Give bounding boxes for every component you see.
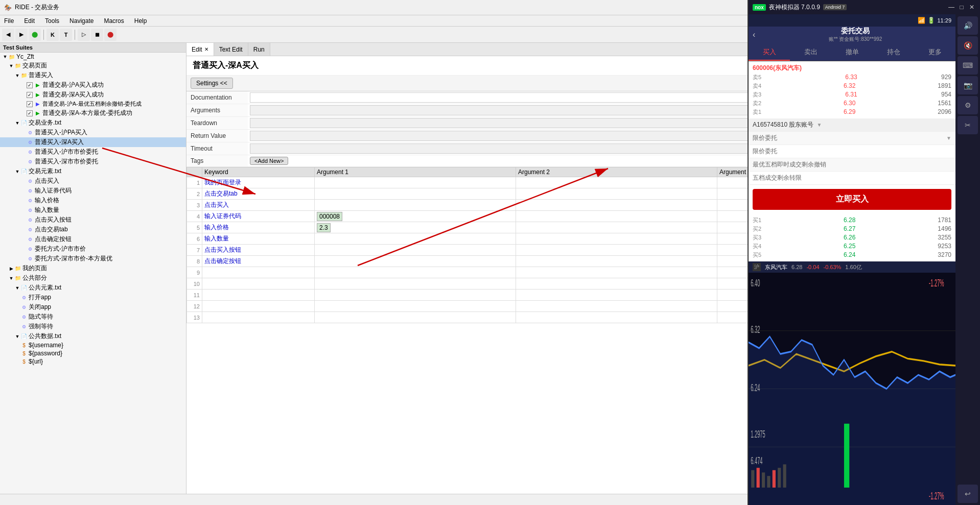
tab-edit-close[interactable]: ✕ bbox=[204, 46, 208, 52]
toggle[interactable]: ▼ bbox=[14, 285, 20, 291]
toggle[interactable]: ▼ bbox=[14, 120, 20, 126]
step-keyword-cell[interactable] bbox=[202, 278, 315, 290]
tree-kw-shen-best[interactable]: ⚙ 委托方式-深市市价-本方最优 bbox=[0, 254, 186, 263]
toggle[interactable]: ▼ bbox=[2, 54, 8, 60]
step-arg1[interactable]: 2.3 bbox=[315, 222, 516, 233]
emu-btn-settings[interactable]: ⚙ bbox=[958, 96, 978, 114]
step-keyword-text[interactable]: 输入数量 bbox=[204, 235, 229, 242]
tree-putongmairu[interactable]: ▼ 📁 普通买入 bbox=[0, 70, 186, 80]
toolbar-run[interactable]: ▷ bbox=[78, 29, 90, 41]
step-arg2[interactable] bbox=[516, 211, 717, 222]
step-keyword-cell[interactable] bbox=[202, 290, 315, 301]
checkbox[interactable]: ✓ bbox=[27, 92, 33, 98]
menu-macros[interactable]: Macros bbox=[102, 16, 126, 26]
toggle[interactable]: ▼ bbox=[8, 63, 14, 69]
toolbar-dot[interactable]: ⬤ bbox=[29, 29, 41, 41]
step-arg2[interactable] bbox=[516, 177, 717, 188]
tab-run[interactable]: Run bbox=[248, 43, 270, 56]
step-arg1[interactable] bbox=[315, 233, 516, 245]
emu-tab-sell[interactable]: 卖出 bbox=[790, 44, 831, 61]
step-arg1[interactable] bbox=[315, 245, 516, 256]
add-new-tag-button[interactable]: <Add New> bbox=[250, 157, 288, 165]
step-arg1[interactable] bbox=[315, 278, 516, 290]
menu-edit[interactable]: Edit bbox=[22, 16, 37, 26]
tree-kw-open-app[interactable]: ⚙ 打开app bbox=[0, 293, 186, 302]
tree-kw-force-wait[interactable]: ⚙ 强制等待 bbox=[0, 322, 186, 331]
toolbar-t[interactable]: T bbox=[60, 29, 72, 41]
tree-wode-yemian[interactable]: ▶ 📁 我的页面 bbox=[0, 263, 186, 273]
tree-var-url[interactable]: $ ${url} bbox=[0, 357, 186, 366]
toolbar-back[interactable]: ◀ bbox=[2, 29, 14, 41]
order-type-dropdown[interactable]: ▼ bbox=[946, 135, 951, 141]
step-keyword-cell[interactable] bbox=[202, 267, 315, 278]
step-keyword-text[interactable]: 输入证券代码 bbox=[204, 212, 241, 220]
tab-edit[interactable]: Edit ✕ bbox=[186, 43, 214, 56]
step-keyword-cell[interactable]: 输入数量 bbox=[202, 233, 315, 245]
toolbar-stop[interactable]: ◼ bbox=[91, 29, 103, 41]
tree-kw-click-confirm[interactable]: ⚙ 点击确定按钮 bbox=[0, 234, 186, 244]
step-keyword-text[interactable]: 我的页面登录 bbox=[204, 179, 241, 186]
step-arg2[interactable] bbox=[516, 256, 717, 267]
step-arg2[interactable] bbox=[516, 200, 717, 211]
emu-tab-buy[interactable]: 买入 bbox=[749, 44, 790, 61]
step-keyword-cell[interactable]: 点击买入按钮 bbox=[202, 245, 315, 256]
emu-btn-mute[interactable]: 🔇 bbox=[958, 36, 978, 55]
step-arg2[interactable] bbox=[516, 312, 717, 323]
tree-kw-shen-a[interactable]: ⚙ 普通买入-深A买入 bbox=[0, 137, 186, 147]
step-arg2[interactable] bbox=[516, 222, 717, 233]
emu-tab-more[interactable]: 更多 bbox=[914, 44, 955, 61]
step-arg1[interactable] bbox=[315, 256, 516, 267]
step-arg2[interactable] bbox=[516, 188, 717, 200]
menu-tools[interactable]: Tools bbox=[43, 16, 61, 26]
step-arg1[interactable] bbox=[315, 290, 516, 301]
tree-shen-success[interactable]: ✓ ▶ 普通交易-深A买入成功 bbox=[0, 90, 186, 100]
step-arg2[interactable] bbox=[516, 290, 717, 301]
step-keyword-text[interactable]: 输入价格 bbox=[204, 224, 229, 231]
tree-gongyuansu-txt[interactable]: ▼ 📄 公共元素.txt bbox=[0, 283, 186, 293]
tab-text-edit[interactable]: Text Edit bbox=[214, 43, 248, 56]
step-arg2[interactable] bbox=[516, 233, 717, 245]
step-keyword-cell[interactable]: 点击买入 bbox=[202, 200, 315, 211]
tree-jiaoyiyemian[interactable]: ▼ 📁 交易页面 bbox=[0, 61, 186, 70]
step-keyword-cell[interactable]: 我的页面登录 bbox=[202, 177, 315, 188]
tree-hua-success[interactable]: ✓ ▶ 普通交易-沪A买入成功 bbox=[0, 80, 186, 90]
emu-btn-keyboard[interactable]: ⌨ bbox=[958, 56, 978, 75]
step-arg1[interactable]: 000008 bbox=[315, 211, 516, 222]
tree-jiaoyiyewu-txt[interactable]: ▼ 📄 交易业务.txt bbox=[0, 118, 186, 128]
step-keyword-cell[interactable]: 点击交易tab bbox=[202, 188, 315, 200]
dropdown-icon[interactable]: ▼ bbox=[816, 122, 822, 128]
menu-navigate[interactable]: Navigate bbox=[67, 16, 96, 26]
settings-button[interactable]: Settings << bbox=[191, 78, 233, 89]
tree-kw-close-app[interactable]: ⚙ 关闭app bbox=[0, 302, 186, 312]
emu-back-btn[interactable]: ‹ bbox=[753, 30, 755, 39]
tree-var-username[interactable]: $ ${username} bbox=[0, 341, 186, 349]
toggle[interactable]: ▼ bbox=[14, 169, 20, 175]
menu-file[interactable]: File bbox=[2, 16, 16, 26]
emu-buy-button[interactable]: 立即买入 bbox=[753, 189, 951, 210]
toggle[interactable]: ▼ bbox=[8, 275, 14, 281]
emu-btn-volume[interactable]: 🔊 bbox=[958, 16, 978, 35]
tree-jiaoyiyuansu-txt[interactable]: ▼ 📄 交易元素.txt bbox=[0, 166, 186, 176]
emu-btn-back[interactable]: ↩ bbox=[958, 485, 978, 503]
emu-btn-scissors[interactable]: ✂ bbox=[958, 116, 978, 134]
step-arg1[interactable] bbox=[315, 312, 516, 323]
step-arg2[interactable] bbox=[516, 301, 717, 312]
tree-shen-local[interactable]: ✓ ▶ 普通交易-深A-本方最优-委托成功 bbox=[0, 108, 186, 118]
checkbox[interactable]: ✓ bbox=[27, 101, 33, 107]
step-keyword-text[interactable]: 点击买入 bbox=[204, 201, 229, 208]
emu-btn-screenshot[interactable]: 📷 bbox=[958, 76, 978, 94]
tree-yc-zft[interactable]: ▼ 📁 Yc_Zft bbox=[0, 53, 186, 61]
toggle[interactable]: ▶ bbox=[8, 266, 14, 272]
step-keyword-text[interactable]: 点击交易tab bbox=[204, 190, 238, 197]
step-arg1[interactable] bbox=[315, 267, 516, 278]
tree-kw-shen-market[interactable]: ⚙ 普通买入-深市市价委托 bbox=[0, 157, 186, 166]
toolbar-record[interactable]: ⬤ bbox=[104, 29, 116, 41]
checkbox[interactable]: ✓ bbox=[27, 110, 33, 116]
step-arg2[interactable] bbox=[516, 267, 717, 278]
step-arg1[interactable] bbox=[315, 200, 516, 211]
step-arg1[interactable] bbox=[315, 177, 516, 188]
emu-maximize[interactable]: □ bbox=[958, 4, 966, 11]
tree-var-password[interactable]: $ ${password} bbox=[0, 349, 186, 357]
emu-close[interactable]: ✕ bbox=[968, 4, 976, 11]
tree-kw-hua-market[interactable]: ⚙ 普通买入-沪市市价委托 bbox=[0, 147, 186, 157]
